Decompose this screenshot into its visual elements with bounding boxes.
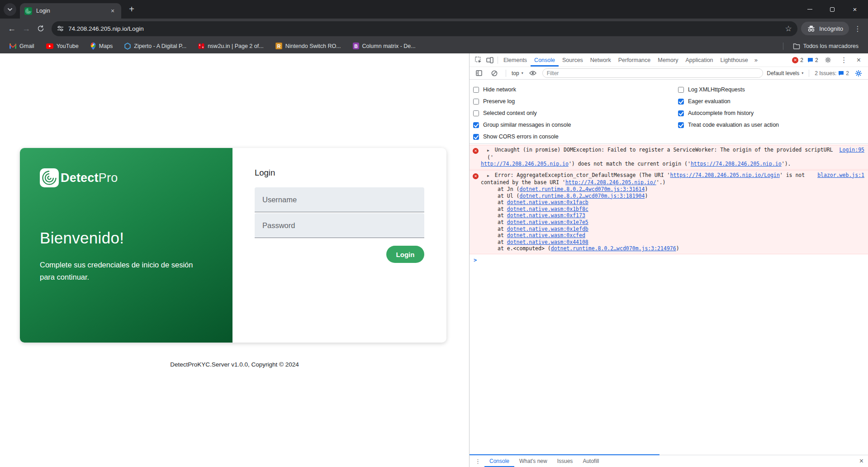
- settings-row[interactable]: Hide network: [473, 84, 678, 95]
- bookmark-maps[interactable]: Maps: [86, 41, 117, 51]
- console-prompt-chevron[interactable]: >: [470, 254, 868, 264]
- devtools-close-icon[interactable]: ×: [854, 56, 863, 64]
- url-text[interactable]: 74.208.246.205.nip.io/Login: [68, 25, 782, 32]
- bookmark-nsw2u[interactable]: nsw2u.in | Page 2 of...: [194, 42, 267, 51]
- drawer-tab-autofill[interactable]: Autofill: [578, 455, 604, 467]
- checkbox[interactable]: [473, 134, 479, 140]
- checkbox[interactable]: [678, 87, 684, 93]
- checkbox[interactable]: [678, 110, 684, 116]
- device-toolbar-icon[interactable]: [484, 54, 496, 66]
- stack-link[interactable]: dotnet.native.wasm:0x1bf8c: [507, 206, 588, 212]
- stack-link[interactable]: dotnet.native.wasm:0x1facb: [507, 199, 588, 205]
- checkbox[interactable]: [678, 99, 684, 105]
- drawer-tab-issues[interactable]: Issues: [552, 455, 578, 467]
- checkbox[interactable]: [473, 122, 479, 128]
- console-sidebar-icon[interactable]: [473, 67, 485, 79]
- reload-button[interactable]: [33, 21, 48, 36]
- url-link[interactable]: http://74.208.246.205.nip.io: [481, 161, 569, 167]
- settings-row[interactable]: Log XMLHttpRequests: [678, 84, 779, 95]
- username-input[interactable]: [255, 187, 424, 212]
- url-link[interactable]: https://74.208.246.205.nip.io/Login: [670, 172, 780, 178]
- expand-arrow-icon[interactable]: ▶: [487, 174, 489, 178]
- error-line: Login:95 ▶ Uncaught (in promise) DOMExce…: [481, 147, 864, 161]
- window-restore-button[interactable]: [823, 3, 842, 16]
- settings-row[interactable]: Preserve log: [473, 95, 678, 107]
- checkbox[interactable]: [473, 110, 479, 116]
- devtools-menu-icon[interactable]: ⋮: [838, 54, 850, 66]
- stack-link[interactable]: dotnet.native.wasm:0xcfed: [507, 232, 585, 238]
- stack-link[interactable]: dotnet.runtime.8.0.2…wcd070m.js:3:214976: [551, 245, 676, 252]
- bookmark-star-icon[interactable]: ☆: [782, 22, 795, 35]
- settings-row[interactable]: Autocomplete from history: [678, 107, 779, 119]
- stack-link[interactable]: dotnet.native.wasm:0x1e7e5: [507, 219, 588, 225]
- checkbox[interactable]: [678, 122, 684, 128]
- settings-row[interactable]: Group similar messages in console: [473, 119, 678, 131]
- source-link[interactable]: Login:95: [840, 147, 864, 153]
- bookmark-column-matrix[interactable]: B Column matrix - De...: [349, 41, 420, 51]
- drawer-close-icon[interactable]: ×: [857, 457, 866, 465]
- url-link[interactable]: http://74.208.246.205.nip.io/: [565, 179, 656, 186]
- browser-menu-button[interactable]: ⋮: [852, 24, 863, 33]
- stack-link[interactable]: dotnet.runtime.8.0.2…wcd070m.js:3:181904: [519, 193, 645, 199]
- settings-row[interactable]: Selected context only: [473, 107, 678, 119]
- tab-console[interactable]: Console: [531, 53, 559, 67]
- tab-memory[interactable]: Memory: [654, 53, 682, 67]
- drawer-menu-icon[interactable]: ⋮: [471, 458, 484, 465]
- all-bookmarks-button[interactable]: Todos los marcadores: [789, 42, 863, 51]
- console-filter-input[interactable]: [542, 68, 764, 78]
- message-count-badge[interactable]: 2: [807, 57, 818, 63]
- address-bar[interactable]: 74.208.246.205.nip.io/Login ☆: [52, 21, 797, 36]
- tab-sources[interactable]: Sources: [559, 53, 587, 67]
- login-card: DetectPro Bienvenido! Complete sus crede…: [20, 148, 446, 343]
- context-selector[interactable]: top ▾: [512, 70, 523, 76]
- url-link[interactable]: https://74.208.246.205.nip.io: [691, 161, 782, 167]
- settings-row[interactable]: Show CORS errors in console: [473, 131, 678, 143]
- settings-row[interactable]: Treat code evaluation as user action: [678, 119, 779, 131]
- back-button[interactable]: ←: [5, 21, 19, 36]
- password-input[interactable]: [255, 213, 424, 238]
- inspect-element-icon[interactable]: [472, 54, 484, 66]
- forward-button[interactable]: →: [19, 21, 33, 36]
- issues-chip[interactable]: 2 Issues: 2: [815, 70, 849, 76]
- dropdown-arrow-icon: ▾: [522, 71, 523, 75]
- chevron-down-icon: [7, 8, 13, 11]
- checkbox-label: Log XMLHttpRequests: [688, 86, 745, 93]
- expand-arrow-icon[interactable]: ▶: [487, 148, 489, 152]
- bookmark-gmail[interactable]: Gmail: [5, 42, 38, 51]
- settings-row[interactable]: Eager evaluation: [678, 95, 779, 107]
- bookmark-youtube[interactable]: YouTube: [42, 42, 83, 51]
- devtools-settings-gear-icon[interactable]: [822, 54, 834, 66]
- drawer-tab-console[interactable]: Console: [484, 455, 514, 467]
- tab-lighthouse[interactable]: Lighthouse: [717, 53, 752, 67]
- tab-close-icon[interactable]: ×: [109, 7, 117, 15]
- window-close-button[interactable]: ×: [845, 3, 864, 16]
- window-minimize-button[interactable]: [800, 3, 819, 16]
- new-tab-button[interactable]: +: [126, 4, 138, 15]
- browser-tab-login[interactable]: Login ×: [20, 3, 121, 19]
- stack-link[interactable]: dotnet.native.wasm:0xf173: [507, 212, 585, 219]
- bookmark-ziperto[interactable]: Ziperto - A Digital P...: [120, 41, 190, 51]
- console-settings-gear-icon[interactable]: [853, 67, 864, 79]
- tab-elements[interactable]: Elements: [500, 53, 531, 67]
- live-expression-eye-icon[interactable]: [527, 67, 539, 79]
- more-tabs-icon[interactable]: »: [752, 57, 760, 63]
- tab-performance[interactable]: Performance: [615, 53, 655, 67]
- stack-link[interactable]: dotnet.native.wasm:0x44108: [507, 239, 588, 245]
- bookmark-nintendo-switch-rom[interactable]: R Nintendo Switch RO...: [271, 41, 345, 51]
- checkbox[interactable]: [473, 87, 479, 93]
- tab-application[interactable]: Application: [682, 53, 716, 67]
- tab-search-button[interactable]: [4, 3, 16, 16]
- stack-link[interactable]: dotnet.native.wasm:0x1efdb: [507, 226, 588, 232]
- error-count-badge[interactable]: ✕ 2: [792, 57, 803, 63]
- checkbox[interactable]: [473, 99, 479, 105]
- brand-name-bold: Detect: [61, 171, 99, 185]
- tab-network[interactable]: Network: [587, 53, 615, 67]
- drawer-tab-whats-new[interactable]: What's new: [514, 455, 552, 467]
- folder-icon: [793, 43, 800, 49]
- clear-console-icon[interactable]: [489, 67, 500, 79]
- stack-link[interactable]: dotnet.runtime.8.0.2…4wcd070m.js:3:31614: [519, 186, 645, 192]
- log-levels-selector[interactable]: Default levels ▾: [767, 70, 803, 76]
- login-button[interactable]: Login: [386, 246, 424, 263]
- drawer-resize-highlight[interactable]: [470, 454, 659, 455]
- source-link[interactable]: blazor.web.js:1: [817, 172, 864, 179]
